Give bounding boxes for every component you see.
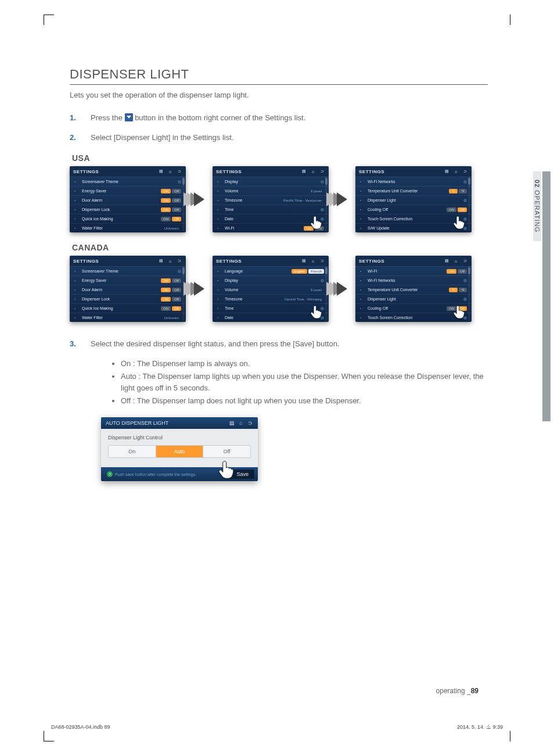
panel-title: SETTINGS — [359, 259, 384, 264]
back-icon[interactable]: ⊃ — [462, 258, 468, 264]
back-icon[interactable]: ⊃ — [319, 169, 325, 174]
arrow-icon — [194, 192, 204, 206]
settings-row[interactable]: ◦LanguageEnglishFrench — [213, 266, 329, 275]
settings-row[interactable]: ◦Dispenser LockONOff — [70, 294, 186, 303]
settings-row[interactable]: ◦Wi-FiONOff — [355, 266, 472, 275]
row-icon: ◦ — [360, 226, 365, 231]
row-icon: ◦ — [217, 306, 222, 311]
home-icon[interactable]: ⌂ — [453, 169, 459, 174]
home-icon[interactable]: ⌂ — [238, 420, 244, 426]
row-icon: ◦ — [74, 217, 79, 221]
row-icon: ◦ — [360, 278, 365, 283]
row-label-text: Screensaver Theme — [82, 269, 118, 273]
settings-panel: SETTINGS▤⌂⊃◦Screensaver Theme◦Energy Sav… — [70, 256, 186, 322]
memo-icon[interactable]: ▤ — [444, 169, 449, 174]
settings-row[interactable]: ◦Energy SaverONOff — [70, 275, 186, 285]
settings-row[interactable]: ◦Quick Ice MakingONOff — [70, 214, 186, 223]
row-icon: ◦ — [360, 316, 365, 320]
row-icon: ◦ — [360, 269, 365, 274]
memo-icon[interactable]: ▤ — [158, 169, 164, 174]
row-label-text: Temperature Unit Converter — [368, 189, 418, 193]
scrollbar[interactable] — [182, 177, 185, 231]
settings-row[interactable]: ◦Temperature Unit Converter°C°F — [355, 285, 472, 294]
settings-panel: SETTINGS▤⌂⊃◦Display◦Volume3 Level◦Timezo… — [213, 166, 329, 232]
settings-row[interactable]: ◦Dispenser LockONOff — [70, 205, 186, 214]
settings-panel: SETTINGS▤⌂⊃◦LanguageEnglishFrench◦Displa… — [213, 256, 329, 322]
row-label-text: Date — [225, 217, 233, 221]
settings-row[interactable]: ◦Door AlarmONOff — [70, 285, 186, 294]
scrollbar[interactable] — [325, 177, 328, 231]
settings-row[interactable]: ◦TimezonePacific Time - Vancouver — [213, 195, 329, 205]
settings-row[interactable]: ◦TimezoneCentral Time - Winnipeg — [213, 294, 329, 303]
settings-row[interactable]: ◦Dispenser Light — [355, 294, 472, 303]
dl-segment[interactable]: On Auto Off — [108, 445, 251, 458]
settings-row[interactable]: ◦Wi-Fi Networks — [355, 275, 472, 285]
panel-title: SETTINGS — [359, 169, 384, 174]
seg-auto[interactable]: Auto — [156, 446, 203, 457]
memo-icon[interactable]: ▤ — [158, 258, 164, 264]
settings-row[interactable]: ◦Quick Ice MakingONOff — [70, 303, 186, 313]
back-icon[interactable]: ⊃ — [177, 169, 182, 174]
back-icon[interactable]: ⊃ — [319, 258, 325, 264]
row-label-text: Water Filter — [82, 316, 103, 320]
row-label-text: Cooling Off — [368, 306, 388, 310]
home-icon[interactable]: ⌂ — [453, 258, 459, 264]
row-icon: ◦ — [217, 189, 222, 194]
scrollbar[interactable] — [182, 266, 185, 321]
row-label-text: Screensaver Theme — [82, 180, 118, 184]
settings-row[interactable]: ◦Volume3 Level — [213, 186, 329, 195]
bullet-on: On : The Dispenser lamp is always on. — [121, 358, 488, 370]
side-tab-text: 02 OPERATING — [534, 180, 541, 232]
row-icon: ◦ — [217, 180, 222, 184]
row-icon: ◦ — [74, 297, 79, 302]
settings-row[interactable]: ◦Water FilterUnknown — [70, 223, 186, 232]
row-icon: ◦ — [74, 278, 79, 283]
row-icon: ◦ — [360, 207, 365, 212]
settings-row[interactable]: ◦Energy SaverONOff — [70, 186, 186, 195]
step-3-number: 3. — [70, 338, 91, 350]
row-label-text: Timezone — [225, 198, 242, 202]
settings-row[interactable]: ◦Cooling OffONOff — [355, 205, 472, 214]
panel-title: SETTINGS — [73, 169, 99, 174]
settings-row[interactable]: ◦Wi-Fi Networks — [355, 177, 472, 186]
scrollbar[interactable] — [468, 177, 470, 231]
settings-row[interactable]: ◦Screensaver Theme — [70, 266, 186, 275]
settings-row[interactable]: ◦Volume3 Level — [213, 285, 329, 294]
row-icon: ◦ — [74, 288, 79, 292]
back-icon[interactable]: ⊃ — [247, 420, 253, 426]
seg-on[interactable]: On — [109, 446, 156, 457]
row-label-text: Volume — [225, 189, 238, 193]
row-label-text: Dispenser Light — [368, 297, 396, 301]
home-icon[interactable]: ⌂ — [310, 169, 316, 174]
back-icon[interactable]: ⊃ — [177, 258, 182, 264]
row-label-text: Temperature Unit Converter — [368, 288, 418, 292]
back-icon[interactable]: ⊃ — [462, 169, 468, 174]
settings-row[interactable]: ◦Temperature Unit Converter°C°F — [355, 186, 472, 195]
settings-row[interactable]: ◦Time — [213, 205, 329, 214]
seg-off[interactable]: Off — [203, 446, 250, 457]
row-label-text: Quick Ice Making — [82, 306, 113, 310]
settings-row[interactable]: ◦Door AlarmONOff — [70, 195, 186, 205]
memo-icon[interactable]: ▤ — [444, 258, 449, 264]
home-icon[interactable]: ⌂ — [167, 258, 173, 264]
memo-icon[interactable]: ▤ — [229, 420, 235, 426]
memo-icon[interactable]: ▤ — [301, 258, 307, 264]
settings-row[interactable]: ◦Display — [213, 275, 329, 285]
settings-row[interactable]: ◦Screensaver Theme — [70, 177, 186, 186]
settings-row[interactable]: ◦Display — [213, 177, 329, 186]
row-label-text: Wi-Fi Networks — [368, 278, 395, 282]
row-icon: ◦ — [217, 316, 222, 320]
scrollbar[interactable] — [325, 266, 328, 321]
step-1-text: Press the button in the bottom right cor… — [91, 112, 488, 124]
settings-row[interactable]: ◦Water FilterUnknown — [70, 313, 186, 322]
row-label-text: Time — [225, 207, 233, 212]
row-label-text: Language — [225, 269, 243, 273]
panel-title: SETTINGS — [216, 259, 242, 264]
scrollbar[interactable] — [468, 266, 470, 321]
home-icon[interactable]: ⌂ — [167, 169, 173, 174]
home-icon[interactable]: ⌂ — [310, 258, 316, 264]
row-icon: ◦ — [217, 269, 222, 274]
settings-row[interactable]: ◦Dispenser Light — [355, 195, 472, 205]
memo-icon[interactable]: ▤ — [301, 169, 307, 174]
arrow-icon — [194, 282, 204, 296]
